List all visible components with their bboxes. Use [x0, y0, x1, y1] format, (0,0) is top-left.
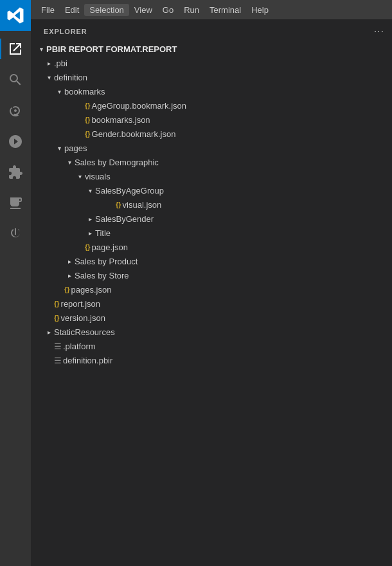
menu-selection[interactable]: Selection [84, 4, 129, 16]
tree-item-bookmarks[interactable]: bookmarks [31, 84, 392, 98]
chevron-salesbydemographic [64, 157, 75, 167]
json-icon-agegroupbookmark: {} [85, 102, 91, 109]
tree-item-pages[interactable]: pages [31, 141, 392, 155]
json-icon-pagejson: {} [85, 243, 91, 251]
lines-icon-platform: ☰ [54, 342, 62, 351]
chevron-pages [54, 143, 64, 153]
explorer-panel: EXPLORER ··· PBIR REPORT FORMAT.REPORT .… [31, 19, 392, 566]
genderbookmark-label: Gender.bookmark.json [92, 129, 176, 139]
main-content: File Edit Selection View Go Run Terminal… [31, 0, 392, 566]
pbi-label: .pbi [54, 59, 67, 68]
salesbygender-label: SalesByGender [95, 214, 154, 224]
title-label: Title [95, 228, 111, 238]
activity-icon-explorer[interactable] [0, 33, 31, 64]
tree-item-visualjson[interactable]: {} visual.json [31, 197, 392, 212]
chevron-root [36, 44, 46, 54]
tree-item-title[interactable]: Title [31, 226, 392, 240]
tree-item-genderbookmark[interactable]: {} Gender.bookmark.json [31, 127, 392, 141]
salesbyagegroup-label: SalesByAgeGroup [95, 186, 164, 196]
json-icon-reportjson: {} [54, 300, 60, 307]
pagejson-label: page.json [92, 242, 128, 252]
activity-icon-remote[interactable] [0, 188, 31, 219]
chevron-salesbystore [64, 270, 75, 280]
tree-item-pbi[interactable]: .pbi [31, 56, 392, 70]
json-icon-visualjson: {} [116, 201, 121, 208]
activity-icon-docker[interactable] [0, 219, 31, 250]
menu-run[interactable]: Run [179, 4, 204, 16]
tree-item-reportjson[interactable]: {} report.json [31, 297, 392, 311]
json-icon-versionjson: {} [54, 314, 60, 322]
tree-item-staticresources[interactable]: StaticResources [31, 325, 392, 339]
tree-item-salesbyagegroup[interactable]: SalesByAgeGroup [31, 183, 392, 197]
salesbydemographic-label: Sales by Demographic [75, 158, 159, 167]
json-icon-genderbookmark: {} [85, 130, 91, 138]
chevron-salesbygender [85, 214, 95, 224]
visuals-label: visuals [85, 172, 111, 181]
bookmarksjson-label: bookmarks.json [92, 115, 150, 125]
tree-item-visuals[interactable]: visuals [31, 169, 392, 183]
tree-item-salesbystore[interactable]: Sales by Store [31, 268, 392, 282]
menu-help[interactable]: Help [246, 4, 274, 16]
bookmarks-label: bookmarks [64, 87, 105, 96]
menu-terminal[interactable]: Terminal [204, 4, 246, 16]
explorer-more-button[interactable]: ··· [374, 26, 384, 37]
pagesjson-label: pages.json [71, 285, 112, 295]
activity-icon-extensions[interactable] [0, 157, 31, 188]
json-icon-bookmarksjson: {} [85, 116, 91, 123]
reportjson-label: report.json [61, 299, 100, 309]
lines-icon-definitionpbir: ☰ [54, 356, 62, 365]
explorer-header: EXPLORER ··· [31, 19, 392, 42]
explorer-title: EXPLORER [44, 28, 87, 35]
tree-item-salesbydemographic[interactable]: Sales by Demographic [31, 155, 392, 169]
menu-file[interactable]: File [36, 4, 60, 16]
file-tree: PBIR REPORT FORMAT.REPORT .pbi definitio… [31, 42, 392, 367]
versionjson-label: version.json [61, 313, 105, 323]
tree-item-definitionpbir[interactable]: ☰ definition.pbir [31, 353, 392, 367]
tree-item-salesbygender[interactable]: SalesByGender [31, 212, 392, 226]
menu-view[interactable]: View [129, 4, 157, 16]
menu-go[interactable]: Go [157, 4, 179, 16]
tree-item-definition[interactable]: definition [31, 70, 392, 84]
tree-item-versionjson[interactable]: {} version.json [31, 311, 392, 325]
salesbystore-label: Sales by Store [75, 271, 129, 280]
tree-item-pagejson[interactable]: {} page.json [31, 240, 392, 254]
menu-bar: File Edit Selection View Go Run Terminal… [31, 0, 392, 19]
tree-item-agegroupbookmark[interactable]: {} AgeGroup.bookmark.json [31, 98, 392, 113]
tree-item-platform[interactable]: ☰ .platform [31, 339, 392, 353]
pages-label: pages [64, 143, 87, 153]
salesbyproduct-label: Sales by Product [75, 257, 138, 266]
chevron-definition [44, 72, 54, 82]
tree-item-bookmarksjson[interactable]: {} bookmarks.json [31, 113, 392, 127]
tree-root[interactable]: PBIR REPORT FORMAT.REPORT [31, 42, 392, 56]
chevron-staticresources [44, 327, 54, 337]
activity-icon-search[interactable] [0, 64, 31, 95]
chevron-bookmarks [54, 86, 64, 96]
visualjson-label: visual.json [123, 200, 162, 210]
chevron-title [85, 228, 95, 238]
activity-icon-source-control[interactable] [0, 95, 31, 126]
tree-item-salesbyproduct[interactable]: Sales by Product [31, 254, 392, 268]
chevron-pbi [44, 58, 54, 68]
root-label: PBIR REPORT FORMAT.REPORT [46, 44, 177, 54]
definition-label: definition [54, 73, 87, 82]
activity-bar-top [0, 33, 31, 250]
chevron-visuals [75, 171, 85, 181]
definitionpbir-label: definition.pbir [63, 356, 112, 365]
chevron-salesbyproduct [64, 256, 75, 266]
activity-icon-run[interactable] [0, 126, 31, 157]
chevron-salesbyagegroup [85, 185, 95, 196]
tree-item-pagesjson[interactable]: {} pages.json [31, 282, 392, 297]
staticresources-label: StaticResources [54, 327, 115, 337]
json-icon-pagesjson: {} [64, 286, 70, 293]
menu-edit[interactable]: Edit [60, 4, 84, 16]
vscode-logo [0, 0, 31, 31]
platform-label: .platform [63, 342, 96, 351]
agegroupbookmark-label: AgeGroup.bookmark.json [92, 101, 186, 111]
activity-bar [0, 0, 31, 566]
